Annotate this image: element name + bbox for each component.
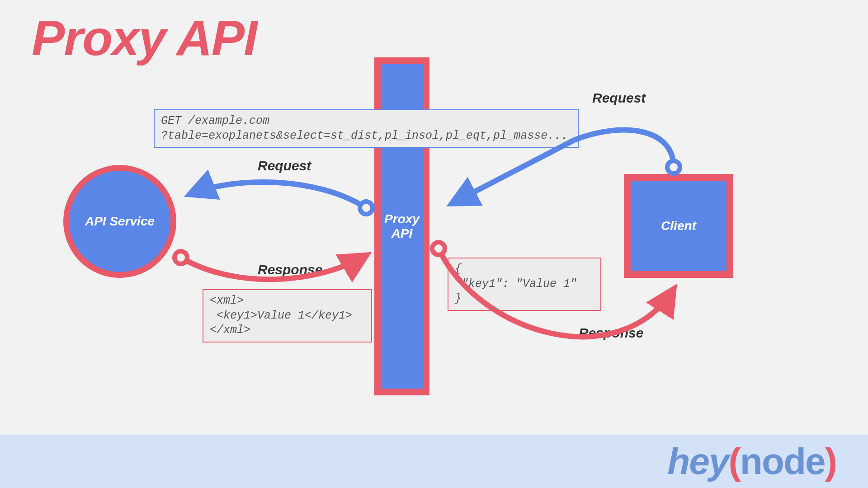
response-label-left: Response — [258, 262, 322, 277]
logo-hey: hey — [667, 441, 728, 482]
arrow-origin-proxy-response — [432, 242, 445, 255]
response-label-right: Response — [579, 325, 643, 341]
proxy-label: Proxy API — [384, 212, 420, 241]
footer-bar: hey(node) — [0, 435, 868, 488]
request-label-right: Request — [592, 90, 646, 106]
api-service-label: API Service — [85, 214, 155, 229]
logo-node: node — [740, 441, 825, 482]
arrow-origin-client-request — [667, 161, 680, 174]
arrow-proxy-to-api — [190, 182, 366, 208]
diagram-title: Proxy API — [32, 9, 257, 66]
heynode-logo: hey(node) — [667, 440, 836, 483]
xml-response-codebox: <xml> <key1>Value 1</key1> </xml> — [203, 289, 372, 343]
api-service-node: API Service — [69, 171, 170, 272]
http-request-codebox: GET /example.com ?table=exoplanets&selec… — [154, 109, 579, 148]
arrow-origin-proxy-request — [360, 202, 373, 214]
logo-open-paren: ( — [729, 441, 740, 482]
client-label: Client — [661, 219, 696, 233]
logo-close-paren: ) — [825, 441, 836, 482]
json-response-codebox: { "key1": "Value 1" } — [448, 258, 601, 311]
arrow-origin-api-response — [175, 251, 187, 264]
request-label-left: Request — [258, 158, 311, 174]
client-node: Client — [631, 181, 726, 271]
